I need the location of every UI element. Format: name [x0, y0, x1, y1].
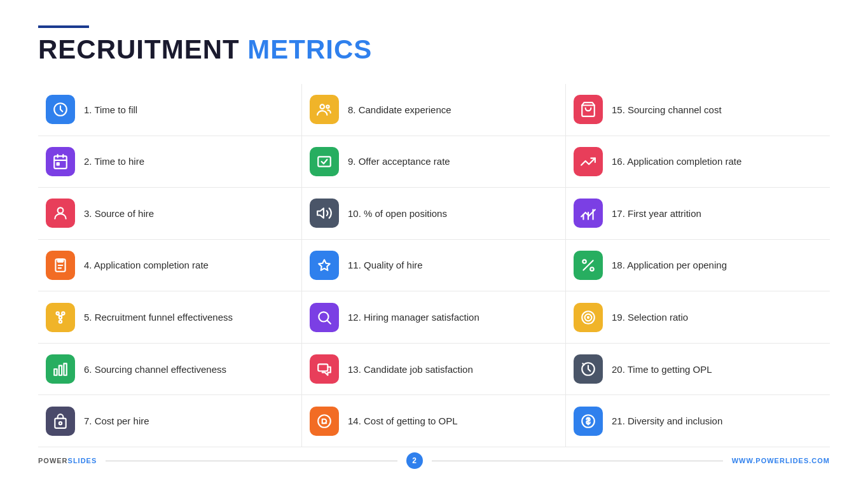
metric-label-17: 17. First year attrition — [612, 208, 701, 219]
metric-item-13: 13. Candidate job satisfaction — [302, 344, 566, 396]
metric-label-13: 13. Candidate job satisfaction — [348, 364, 473, 375]
svg-point-44 — [318, 415, 331, 428]
metric-icon-12 — [310, 303, 339, 332]
metric-icon-1 — [46, 95, 75, 124]
svg-point-35 — [588, 316, 589, 317]
metric-label-2: 2. Time to hire — [84, 156, 144, 167]
svg-rect-36 — [54, 369, 57, 375]
brand-slides: SLIDES — [68, 457, 97, 464]
svg-rect-4 — [54, 156, 67, 169]
metric-icon-7 — [46, 407, 75, 436]
metric-item-4: 4. Application completion rate — [38, 240, 302, 292]
metric-label-19: 19. Selection ratio — [612, 312, 688, 323]
metric-item-10: 10. % of open positions — [302, 188, 566, 240]
svg-point-10 — [58, 208, 64, 214]
metric-icon-18 — [574, 251, 603, 280]
metric-item-18: 18. Application per opening — [566, 240, 830, 292]
metric-item-3: 3. Source of hire — [38, 188, 302, 240]
metric-icon-9 — [310, 147, 339, 176]
metric-label-18: 18. Application per opening — [612, 260, 727, 270]
metric-label-20: 20. Time to getting OPL — [612, 364, 712, 375]
footer-page-number: 2 — [406, 452, 423, 469]
metric-label-4: 4. Application completion rate — [84, 260, 209, 270]
metric-label-3: 3. Source of hire — [84, 208, 154, 219]
metric-icon-3 — [46, 199, 75, 228]
metric-icon-8 — [310, 95, 339, 124]
svg-line-29 — [60, 314, 63, 316]
footer: POWERSLIDES 2 WWW.POWERLIDES.COM — [38, 447, 830, 469]
metric-item-17: 17. First year attrition — [566, 188, 830, 240]
metric-label-21: 21. Diversity and inclusion — [612, 415, 722, 426]
metric-icon-20 — [574, 354, 603, 384]
metric-icon-19 — [574, 303, 603, 332]
metric-item-6: 6. Sourcing channel effectiveness — [38, 344, 302, 396]
svg-rect-18 — [58, 259, 64, 261]
metric-icon-6 — [46, 354, 75, 384]
header: RECRUITMENT METRICS — [38, 25, 830, 65]
metric-label-7: 7. Cost per hire — [84, 415, 149, 426]
metric-icon-21 — [574, 407, 603, 436]
metric-item-8: 8. Candidate experience — [302, 84, 566, 136]
footer-brand: POWERSLIDES — [38, 457, 97, 464]
svg-rect-38 — [64, 363, 66, 375]
metric-icon-2 — [46, 147, 75, 176]
metric-icon-17 — [574, 199, 603, 228]
svg-line-41 — [582, 363, 584, 365]
header-bar — [38, 25, 89, 28]
metric-item-11: 11. Quality of hire — [302, 240, 566, 292]
title-blue: METRICS — [247, 34, 372, 64]
svg-rect-9 — [318, 157, 331, 166]
metric-label-15: 15. Sourcing channel cost — [612, 104, 722, 115]
svg-point-22 — [582, 260, 586, 263]
footer-url: WWW.POWERLIDES.COM — [732, 457, 830, 464]
metric-icon-4 — [46, 251, 75, 280]
metric-item-15: 15. Sourcing channel cost — [566, 84, 830, 136]
svg-rect-8 — [57, 163, 59, 165]
metric-label-14: 14. Cost of getting to OPL — [348, 415, 458, 426]
metric-label-5: 5. Recruitment funnel effectiveness — [84, 312, 233, 323]
svg-marker-11 — [317, 209, 324, 218]
metric-label-11: 11. Quality of hire — [348, 260, 423, 270]
metric-item-16: 16. Application completion rate — [566, 136, 830, 188]
metric-icon-13 — [310, 354, 339, 384]
title-black: RECRUITMENT — [38, 34, 240, 64]
metric-icon-10 — [310, 199, 339, 228]
metric-icon-15 — [574, 95, 603, 124]
metric-icon-11 — [310, 251, 339, 280]
footer-line-left — [106, 461, 397, 461]
svg-rect-37 — [59, 366, 62, 375]
metric-icon-16 — [574, 147, 603, 176]
metric-item-21: 21. Diversity and inclusion — [566, 395, 830, 447]
metric-item-5: 5. Recruitment funnel effectiveness — [38, 291, 302, 344]
svg-point-43 — [59, 422, 62, 424]
metric-label-6: 6. Sourcing channel effectiveness — [84, 364, 226, 375]
svg-rect-42 — [55, 418, 65, 428]
metric-label-8: 8. Candidate experience — [348, 104, 451, 115]
svg-point-2 — [326, 106, 329, 108]
metric-item-19: 19. Selection ratio — [566, 291, 830, 344]
metric-label-16: 16. Application completion rate — [612, 156, 741, 167]
metric-item-20: 20. Time to getting OPL — [566, 344, 830, 396]
metric-item-2: 2. Time to hire — [38, 136, 302, 188]
svg-line-32 — [327, 320, 331, 323]
metric-label-1: 1. Time to fill — [84, 104, 137, 115]
metric-item-1: 1. Time to fill — [38, 84, 302, 136]
header-title: RECRUITMENT METRICS — [38, 34, 830, 65]
brand-power: POWER — [38, 457, 68, 464]
svg-point-1 — [320, 105, 325, 109]
svg-line-21 — [583, 260, 593, 270]
svg-point-23 — [590, 267, 593, 270]
svg-rect-39 — [318, 365, 327, 372]
metric-label-9: 9. Offer acceptance rate — [348, 156, 450, 167]
metric-item-7: 7. Cost per hire — [38, 395, 302, 447]
metric-item-14: 14. Cost of getting to OPL — [302, 395, 566, 447]
slide: RECRUITMENT METRICS 1. Time to fill8. Ca… — [0, 0, 868, 488]
metric-label-12: 12. Hiring manager satisfaction — [348, 312, 479, 323]
metric-icon-14 — [310, 407, 339, 436]
metric-label-10: 10. % of open positions — [348, 208, 447, 219]
metrics-grid: 1. Time to fill8. Candidate experience15… — [38, 84, 830, 447]
metric-icon-5 — [46, 303, 75, 332]
metric-item-9: 9. Offer acceptance rate — [302, 136, 566, 188]
footer-line-right — [432, 461, 723, 461]
metric-item-12: 12. Hiring manager satisfaction — [302, 291, 566, 344]
